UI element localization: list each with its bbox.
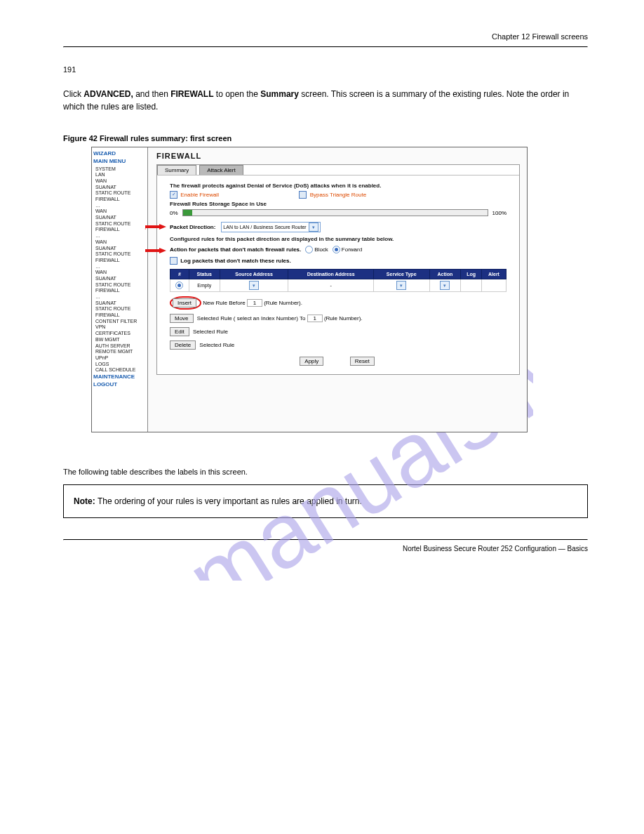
insert-text2: (Rule Number). — [264, 300, 302, 306]
nav-item[interactable]: FIREWALL — [95, 288, 146, 293]
block-radio[interactable] — [305, 246, 313, 253]
svg-marker-2 — [145, 224, 166, 230]
nav-item[interactable]: UPnP — [95, 355, 146, 361]
apply-button[interactable]: Apply — [300, 357, 323, 366]
dos-info-text: The firewall protects against Denial of … — [170, 183, 507, 189]
packet-direction-label: Packet Direction: — [170, 224, 215, 230]
insert-row: Insert New Rule Before 1 (Rule Number). — [170, 296, 507, 310]
pct-0: 0% — [170, 210, 178, 216]
nav-item: … — [95, 264, 146, 270]
apply-reset-row: Apply Reset — [170, 357, 507, 366]
enable-firewall-label: Enable Firewall — [180, 192, 219, 198]
nav-item[interactable]: LAN — [95, 172, 146, 178]
col-dest: Destination Address — [288, 270, 374, 279]
nav-item[interactable]: STATIC ROUTE — [95, 282, 146, 288]
enable-firewall-checkbox[interactable]: ✓ — [170, 191, 177, 199]
dest-cell: - — [288, 279, 374, 292]
nav-main-menu: MAIN MENU — [93, 159, 146, 165]
col-action: Action — [429, 270, 461, 279]
table-row: Empty ▾ - ▾ ▾ — [170, 279, 507, 292]
nav-item[interactable]: FIREWALL — [95, 312, 146, 318]
red-arrow-icon — [145, 248, 166, 253]
source-dropdown[interactable]: ▾ — [249, 281, 259, 290]
figure-caption-bottom: The following table describes the labels… — [63, 468, 588, 476]
tab-attack-alert[interactable]: Attack Alert — [199, 165, 243, 175]
service-cell: ▾ — [373, 279, 429, 292]
page-title: FIREWALL — [156, 152, 520, 160]
insert-rule-number-input[interactable]: 1 — [247, 299, 262, 307]
nav-item[interactable]: SUA/NAT — [95, 276, 146, 282]
edit-button[interactable]: Edit — [170, 327, 189, 336]
move-button[interactable]: Move — [170, 314, 194, 323]
nav-item[interactable]: SUA/NAT — [95, 300, 146, 306]
nav-item[interactable]: WAN — [95, 239, 146, 245]
bottom-rule — [63, 539, 588, 541]
pct-100: 100% — [492, 210, 507, 216]
move-text1: Selected Rule ( select an Index Number) … — [197, 315, 306, 322]
nav-item[interactable]: CERTIFICATES — [95, 331, 146, 336]
forward-radio[interactable] — [333, 246, 340, 253]
col-service: Service Type — [373, 270, 429, 279]
nav-item[interactable]: STATIC ROUTE — [95, 251, 146, 257]
bypass-checkbox[interactable] — [299, 191, 307, 199]
nav-item[interactable]: STATIC ROUTE — [95, 306, 146, 312]
action-dropdown[interactable]: ▾ — [440, 281, 450, 290]
log-packets-checkbox[interactable] — [170, 257, 177, 265]
nav-item[interactable]: BW MGMT — [95, 337, 146, 343]
nav-maintenance[interactable]: MAINTENANCE — [93, 374, 146, 380]
nav-item[interactable]: CONTENT FILTER — [95, 319, 146, 324]
nav-item[interactable]: WAN — [95, 270, 146, 275]
nav-item[interactable]: SYSTEM — [95, 166, 146, 172]
nav-item[interactable]: SUA/NAT — [95, 246, 146, 251]
col-index: # — [170, 270, 189, 279]
screenshot-figure: WIZARD MAIN MENU SYSTEM LAN WAN SUA/NAT … — [91, 147, 528, 432]
nav-item[interactable]: FIREWALL — [95, 197, 146, 202]
nav-item[interactable]: CALL SCHEDULE — [95, 367, 146, 373]
row-radio[interactable] — [175, 282, 183, 289]
service-dropdown[interactable]: ▾ — [396, 281, 406, 290]
nav-item[interactable]: SUA/NAT — [95, 185, 146, 190]
delete-button[interactable]: Delete — [170, 340, 196, 350]
nav-item[interactable]: REMOTE MGMT — [95, 349, 146, 355]
nav-item[interactable]: STATIC ROUTE — [95, 190, 146, 196]
note-text: The ordering of your rules is very impor… — [98, 496, 362, 506]
block-radio-label: Block — [314, 246, 328, 253]
nav-item: … — [95, 294, 146, 300]
log-packets-label: Log packets that don't match these rules… — [180, 258, 291, 264]
storage-label: Firewall Rules Storage Space in Use — [170, 201, 507, 207]
nav-item[interactable]: AUTH SERVER — [95, 343, 146, 349]
section-number: 191 — [63, 65, 588, 74]
tab-summary[interactable]: Summary — [157, 165, 196, 175]
nav-item[interactable]: WAN — [95, 178, 146, 184]
delete-row: Delete Selected Rule — [170, 340, 507, 350]
intro-part3: to open the — [214, 89, 261, 99]
nav-item[interactable]: VPN — [95, 324, 146, 330]
top-rule — [63, 46, 588, 48]
action-row: Action for packets that don't match fire… — [170, 246, 507, 253]
progress-fill — [183, 210, 192, 216]
move-rule-number-input[interactable]: 1 — [307, 315, 323, 322]
log-cell — [461, 279, 482, 292]
nav-item[interactable]: LOGS — [95, 362, 146, 367]
insert-button[interactable]: Insert — [173, 298, 196, 307]
action-cell: ▾ — [429, 279, 461, 292]
packet-direction-select[interactable]: LAN to LAN / Business Secure Router ▾ — [221, 222, 320, 232]
table-header-row: # Status Source Address Destination Addr… — [170, 270, 507, 279]
nav-item[interactable]: STATIC ROUTE — [95, 221, 146, 227]
red-circle-annotation: Insert — [170, 296, 201, 310]
nav-item: … — [95, 203, 146, 208]
nav-item[interactable]: WAN — [95, 208, 146, 214]
nav-logout[interactable]: LOGOUT — [93, 382, 146, 388]
reset-button[interactable]: Reset — [350, 357, 375, 366]
log-packets-row: Log packets that don't match these rules… — [170, 257, 507, 265]
col-source: Source Address — [220, 270, 288, 279]
chevron-down-icon: ▾ — [309, 223, 318, 232]
nav-item[interactable]: FIREWALL — [95, 258, 146, 263]
nav-item[interactable]: SUA/NAT — [95, 215, 146, 220]
insert-text1: New Rule Before — [203, 300, 245, 306]
col-status: Status — [189, 270, 220, 279]
nav-wizard[interactable]: WIZARD — [93, 151, 146, 157]
rules-table: # Status Source Address Destination Addr… — [170, 269, 507, 292]
intro-bold2: FIREWALL — [170, 89, 213, 99]
nav-item-firewall-highlighted[interactable]: FIREWALL — [95, 227, 146, 232]
